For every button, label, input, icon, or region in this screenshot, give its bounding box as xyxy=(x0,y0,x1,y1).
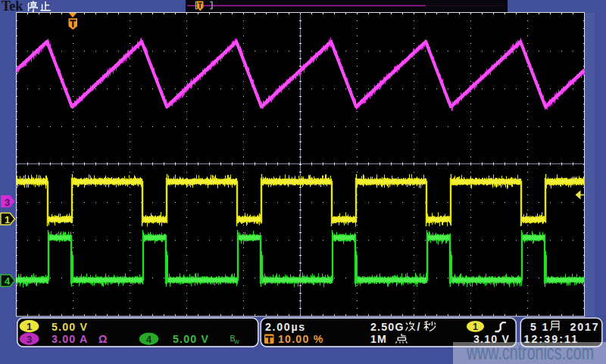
svg-text:Ω: Ω xyxy=(98,333,107,345)
svg-text:www.cntronics.com: www.cntronics.com xyxy=(466,341,594,364)
svg-text:3.00 A: 3.00 A xyxy=(52,333,88,345)
svg-text:Tek: Tek xyxy=(2,0,23,14)
svg-text:1: 1 xyxy=(27,321,32,332)
svg-text:1: 1 xyxy=(542,321,548,333)
svg-text:/: / xyxy=(417,321,420,333)
svg-text:1: 1 xyxy=(5,214,10,226)
svg-text:5.00 V: 5.00 V xyxy=(173,333,209,345)
svg-text:5: 5 xyxy=(530,321,536,333)
svg-text:3: 3 xyxy=(27,334,32,345)
svg-text:1M: 1M xyxy=(370,333,387,345)
svg-text:3: 3 xyxy=(5,197,10,208)
svg-text:4: 4 xyxy=(5,275,11,287)
svg-text:2.50G: 2.50G xyxy=(370,321,405,333)
svg-text:1: 1 xyxy=(473,322,478,332)
svg-text:2.00µs: 2.00µs xyxy=(265,321,306,333)
svg-text:10.00 %: 10.00 % xyxy=(278,333,323,345)
svg-text:4: 4 xyxy=(146,334,152,345)
svg-text:5.00 V: 5.00 V xyxy=(52,321,88,333)
svg-text:2017: 2017 xyxy=(570,321,600,333)
svg-text:W: W xyxy=(234,339,239,344)
